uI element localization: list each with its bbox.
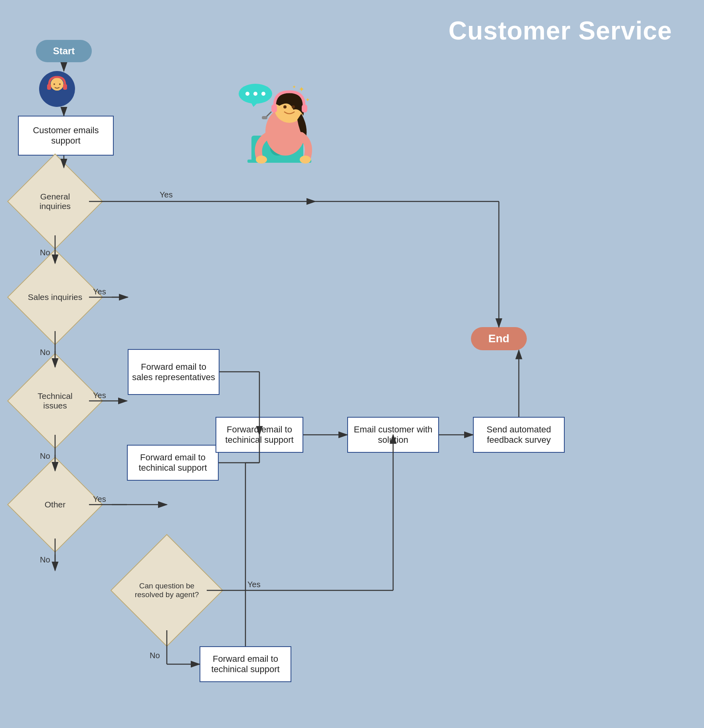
svg-text:No: No <box>150 651 160 660</box>
svg-rect-12 <box>302 105 307 112</box>
svg-point-23 <box>261 92 265 96</box>
svg-point-16 <box>292 105 295 109</box>
svg-text:✦: ✦ <box>292 84 296 90</box>
send-survey-node: Send automated feedback survey <box>473 417 565 453</box>
flowchart-connectors: Yes No Yes No Yes No Yes Yes No No <box>0 0 704 728</box>
svg-point-1 <box>51 78 63 91</box>
forward-sales-node: Forward email to sales representatives <box>128 349 220 395</box>
svg-point-22 <box>253 92 257 96</box>
other-node: Other <box>21 471 89 539</box>
svg-text:No: No <box>40 348 50 357</box>
general-inquiries-node: General inquiries <box>21 168 89 235</box>
email-customer-node: Email customer with solution <box>347 417 439 453</box>
technical-issues-node: Technical issues <box>21 367 89 435</box>
svg-point-15 <box>283 105 287 109</box>
svg-point-4 <box>53 83 55 85</box>
svg-text:Yes: Yes <box>160 190 173 199</box>
avatar <box>39 71 75 107</box>
svg-text:✦: ✦ <box>305 97 310 103</box>
svg-point-17 <box>256 156 267 164</box>
svg-rect-14 <box>262 116 267 119</box>
svg-rect-3 <box>63 84 67 90</box>
forward-tech-3-node: Forward email to techinical support <box>200 646 291 682</box>
svg-rect-2 <box>47 84 51 90</box>
sales-inquiries-node: Sales inquiries <box>21 263 89 331</box>
svg-point-5 <box>59 83 61 85</box>
page-title: Customer Service <box>449 16 672 45</box>
svg-point-18 <box>300 156 311 164</box>
svg-point-21 <box>245 92 249 96</box>
start-node: Start <box>36 40 92 62</box>
svg-text:Yes: Yes <box>247 580 261 589</box>
forward-tech-center-node: Forward email to techinical support <box>216 417 303 453</box>
svg-text:No: No <box>40 555 50 564</box>
svg-text:✦: ✦ <box>299 85 305 93</box>
svg-text:No: No <box>40 452 50 460</box>
end-node: End <box>471 327 527 350</box>
cs-illustration: ✦ ✦ ✦ <box>223 80 327 191</box>
svg-rect-11 <box>271 105 277 112</box>
can-question-node: Can question be resolved by agent? <box>127 550 207 630</box>
customer-emails-node: Customer emails support <box>18 116 114 156</box>
forward-tech-1-node: Forward email to techinical support <box>127 445 219 481</box>
